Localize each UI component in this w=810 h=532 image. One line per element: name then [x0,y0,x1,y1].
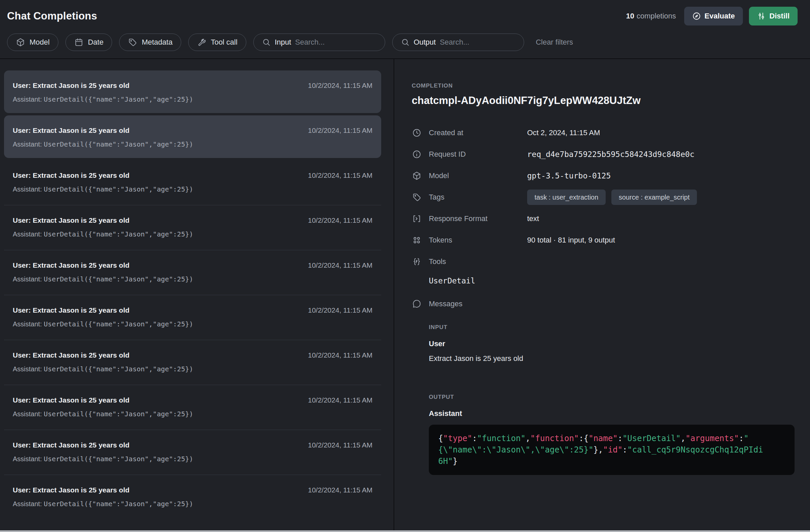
list-item-header: User: Extract Jason is 25 years old 10/2… [13,261,372,270]
completion-list-item[interactable]: User: Extract Jason is 25 years old 10/2… [4,340,381,385]
list-item-header: User: Extract Jason is 25 years old 10/2… [13,216,372,225]
completions-count-label: completions [636,12,676,20]
input-search-label: Input [275,38,291,47]
messages-label: Messages [429,300,463,308]
completion-list-item[interactable]: User: Extract Jason is 25 years old 10/2… [4,295,381,340]
item-user-text: User: Extract Jason is 25 years old [13,486,130,495]
list-item-header: User: Extract Jason is 25 years old 10/2… [13,306,372,315]
cube-icon [412,171,422,181]
item-assistant-code: UserDetail({"name":"Jason","age":25}) [44,500,193,508]
response-format-label: Response Format [429,214,488,223]
request-id-value: req_d4e7ba759225b595c584243d9c848e0c [527,150,695,159]
output-search-label: Output [414,38,436,47]
item-assistant-prefix: Assistant: [13,365,44,373]
item-assistant-prefix: Assistant: [13,185,44,193]
date-filter-label: Date [88,38,103,47]
item-user-text: User: Extract Jason is 25 years old [13,171,130,180]
item-assistant-text: Assistant: UserDetail({"name":"Jason","a… [13,320,372,328]
tool-call-filter-button[interactable]: Tool call [188,34,246,51]
list-item-header: User: Extract Jason is 25 years old 10/2… [13,351,372,360]
item-assistant-prefix: Assistant: [13,410,44,418]
meta-row-response-format: Response Format text [412,208,795,230]
item-assistant-prefix: Assistant: [13,500,44,508]
chat-bubble-icon [412,299,422,309]
tags-value: task : user_extraction source : example_… [527,189,697,205]
input-search-field[interactable]: Input [253,34,385,51]
header: Chat Completions 10completions Evaluate … [0,0,810,59]
tags-label: Tags [429,193,444,202]
distill-button[interactable]: Distill [749,7,798,26]
completion-list-item[interactable]: User: Extract Jason is 25 years old 10/2… [4,475,381,520]
meta-row-created-at: Created at Oct 2, 2024, 11:15 AM [412,122,795,144]
input-section-label: INPUT [429,324,795,331]
header-top: Chat Completions 10completions Evaluate … [0,0,810,26]
metadata-filter-button[interactable]: Metadata [119,34,181,51]
item-user-text: User: Extract Jason is 25 years old [13,306,130,315]
item-user-text: User: Extract Jason is 25 years old [13,441,130,449]
completion-list-item[interactable]: User: Extract Jason is 25 years old 10/2… [4,160,381,205]
item-assistant-code: UserDetail({"name":"Jason","age":25}) [44,320,193,328]
evaluate-button[interactable]: Evaluate [684,7,743,26]
item-user-text: User: Extract Jason is 25 years old [13,81,130,90]
completion-list-item[interactable]: User: Extract Jason is 25 years old 10/2… [4,205,381,250]
completion-list-item[interactable]: User: Extract Jason is 25 years old 10/2… [4,430,381,475]
item-user-text: User: Extract Jason is 25 years old [13,126,130,135]
item-assistant-text: Assistant: UserDetail({"name":"Jason","a… [13,455,372,463]
item-user-text: User: Extract Jason is 25 years old [13,261,130,270]
completion-detail-panel: COMPLETION chatcmpl-ADyAodii0NF7ig7yLepW… [393,59,810,531]
date-filter-button[interactable]: Date [65,34,112,51]
response-format-value: text [527,214,539,223]
item-assistant-prefix: Assistant: [13,230,44,238]
item-timestamp: 10/2/2024, 11:15 AM [308,126,372,135]
wrench-icon [197,37,206,47]
item-timestamp: 10/2/2024, 11:15 AM [308,171,372,180]
tag-icon [128,37,137,47]
item-assistant-prefix: Assistant: [13,140,44,148]
main-content: User: Extract Jason is 25 years old 10/2… [0,59,810,531]
search-icon [401,38,410,47]
item-timestamp: 10/2/2024, 11:15 AM [308,81,372,90]
model-value: gpt-3.5-turbo-0125 [527,171,611,180]
tokens-grid-icon [412,235,422,245]
completions-list: User: Extract Jason is 25 years old 10/2… [0,59,393,531]
list-item-header: User: Extract Jason is 25 years old 10/2… [13,396,372,404]
item-timestamp: 10/2/2024, 11:15 AM [308,216,372,225]
completion-section-label: COMPLETION [412,83,795,89]
input-search-input[interactable] [295,38,376,47]
horizontal-scrollbar[interactable] [0,530,810,532]
clear-filters-button[interactable]: Clear filters [536,38,573,47]
completion-meta: Created at Oct 2, 2024, 11:15 AM Request… [412,122,795,272]
calendar-icon [74,37,83,47]
completion-list-item[interactable]: User: Extract Jason is 25 years old 10/2… [4,385,381,430]
metadata-filter-label: Metadata [142,38,173,47]
item-user-text: User: Extract Jason is 25 years old [13,396,130,404]
item-assistant-text: Assistant: UserDetail({"name":"Jason","a… [13,185,372,193]
item-timestamp: 10/2/2024, 11:15 AM [308,306,372,315]
created-at-label: Created at [429,129,464,137]
meta-row-request-id: Request ID req_d4e7ba759225b595c584243d9… [412,144,795,165]
meta-row-tools: Tools [412,251,795,272]
item-assistant-code: UserDetail({"name":"Jason","age":25}) [44,230,193,238]
item-assistant-text: Assistant: UserDetail({"name":"Jason","a… [13,500,372,508]
input-message-text: Extract Jason is 25 years old [429,354,795,363]
item-user-text: User: Extract Jason is 25 years old [13,216,130,225]
item-assistant-prefix: Assistant: [13,276,44,283]
model-filter-button[interactable]: Model [7,34,59,51]
item-assistant-text: Assistant: UserDetail({"name":"Jason","a… [13,365,372,373]
item-timestamp: 10/2/2024, 11:15 AM [308,261,372,270]
distill-button-label: Distill [770,12,790,20]
input-role: User [429,339,795,348]
item-assistant-code: UserDetail({"name":"Jason","age":25}) [44,365,193,373]
completion-list-item[interactable]: User: Extract Jason is 25 years old 10/2… [4,250,381,295]
completion-list-item[interactable]: User: Extract Jason is 25 years old 10/2… [4,115,381,158]
item-assistant-code: UserDetail({"name":"Jason","age":25}) [44,275,193,283]
list-item-header: User: Extract Jason is 25 years old 10/2… [13,486,372,495]
list-item-header: User: Extract Jason is 25 years old 10/2… [13,171,372,180]
output-search-input[interactable] [440,38,515,47]
output-search-field[interactable]: Output [392,34,524,51]
item-assistant-prefix: Assistant: [13,455,44,463]
tag-badge-task: task : user_extraction [527,189,606,205]
evaluate-button-label: Evaluate [704,12,735,20]
distill-sliders-icon [757,12,766,20]
completion-list-item[interactable]: User: Extract Jason is 25 years old 10/2… [4,70,381,113]
